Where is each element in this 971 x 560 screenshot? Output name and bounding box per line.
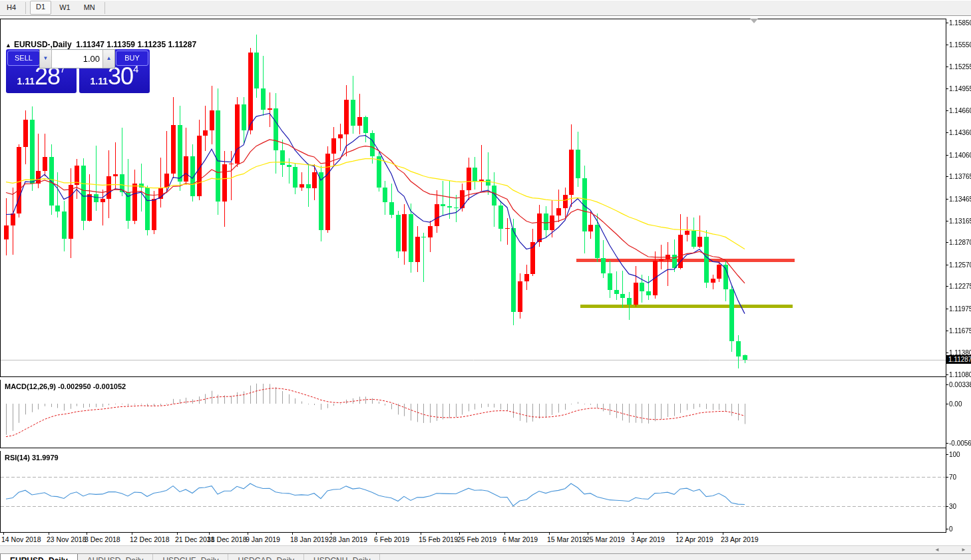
date-axis-label: 15 Mar 2019 <box>547 535 586 543</box>
chart-tab-usdcad[interactable]: USDCAD- Daily <box>228 554 304 560</box>
date-axis-label: 23 Nov 2018 <box>47 535 87 543</box>
collapse-triangle-icon[interactable]: ▲ <box>5 42 11 49</box>
object-marker-triangle-icon[interactable] <box>750 19 758 23</box>
axis-tick-mark <box>946 155 948 156</box>
mt4-window: H4D1W1MN ▲EURUSD-,Daily 1.11347 1.11359 … <box>0 0 971 560</box>
date-axis-label: 28 Jan 2019 <box>329 535 367 543</box>
date-tick-mark <box>331 533 331 535</box>
period-tab-d1[interactable]: D1 <box>30 1 51 15</box>
macd-canvas[interactable] <box>1 380 946 448</box>
axis-tick-mark <box>946 110 948 111</box>
rsi-label: RSI(14) 31.9979 <box>5 454 59 462</box>
scroll-right-icon[interactable]: ► <box>961 547 966 553</box>
lot-size-input[interactable] <box>52 50 102 68</box>
date-tick-mark <box>504 533 505 535</box>
lot-increase-button[interactable]: ▲ <box>102 50 114 68</box>
date-tick-mark <box>292 533 293 535</box>
macd-pane[interactable]: MACD(12,26,9) -0.002950 -0.001052 <box>0 380 946 448</box>
date-tick-mark <box>588 533 588 535</box>
axis-tick-mark <box>946 404 948 404</box>
date-tick-mark <box>3 533 4 535</box>
price-axis-label: 1.15255 <box>949 63 971 70</box>
axis-tick-mark <box>946 67 948 67</box>
period-tab-h4[interactable]: H4 <box>1 1 21 14</box>
chart-tab-eurusd[interactable]: EURUSD- Daily <box>0 554 78 560</box>
main-chart-pane[interactable]: ▲EURUSD-,Daily 1.11347 1.11359 1.11235 1… <box>0 19 946 377</box>
axis-tick-mark <box>946 265 948 265</box>
period-tab-w1[interactable]: W1 <box>54 1 76 14</box>
date-axis-label: 12 Dec 2018 <box>130 535 170 543</box>
date-tick-mark <box>633 533 634 535</box>
one-click-trading-panel: SELL 1.11287 BUY 1.11304 ▼ ▲ <box>6 49 150 93</box>
date-axis-label: 9 Jan 2019 <box>246 535 280 543</box>
date-axis-label: 25 Feb 2019 <box>457 535 496 543</box>
macd-label: MACD(12,26,9) -0.002950 -0.001052 <box>5 382 126 390</box>
rsi-axis-label: 30 <box>949 503 956 510</box>
date-tick-mark <box>87 533 87 535</box>
date-tick-mark <box>723 533 723 535</box>
rsi-axis-label: 100 <box>949 451 960 458</box>
price-axis-label: 1.13165 <box>949 217 971 225</box>
axis-tick-mark <box>946 309 948 309</box>
lot-decrease-button[interactable]: ▼ <box>40 50 52 68</box>
date-tick-mark <box>678 533 678 535</box>
chart-tab-usdcnh[interactable]: USDCNH- Daily <box>304 554 380 560</box>
date-axis-label: 18 Jan 2019 <box>290 535 329 543</box>
axis-tick-mark <box>946 443 948 444</box>
price-axis-label: 1.12870 <box>949 239 971 246</box>
macd-axis-label: 0.003383 <box>949 381 971 388</box>
date-axis-label: 15 Feb 2019 <box>419 535 458 543</box>
axis-tick-mark <box>946 221 948 221</box>
axis-tick-mark <box>946 132 948 133</box>
date-tick-mark <box>376 533 377 535</box>
rsi-canvas[interactable] <box>1 451 946 532</box>
chart-title: ▲EURUSD-,Daily 1.11347 1.11359 1.11235 1… <box>5 40 196 49</box>
date-tick-mark <box>421 533 421 535</box>
symbol-timeframe-label: EURUSD-,Daily <box>14 40 72 49</box>
lot-size-control: ▼ ▲ <box>39 49 115 69</box>
axis-tick-mark <box>946 454 948 455</box>
axis-tick-mark <box>946 286 948 287</box>
axis-tick-mark <box>946 176 948 177</box>
price-axis-label: 1.12570 <box>949 261 971 269</box>
date-tick-mark <box>459 533 460 535</box>
macd-axis-label: -0.005663 <box>949 440 971 447</box>
chart-tab-audusd[interactable]: AUDUSD- Daily <box>78 554 154 560</box>
price-axis-label: 1.14360 <box>949 129 971 136</box>
axis-tick-mark <box>946 374 948 375</box>
date-tick-mark <box>549 533 550 535</box>
price-axis[interactable]: 1.158501.155501.152551.149551.146601.143… <box>946 19 971 533</box>
period-tab-mn[interactable]: MN <box>79 1 100 14</box>
date-axis-label: 12 Apr 2019 <box>676 535 713 543</box>
date-axis-label: 3 Apr 2019 <box>631 535 665 543</box>
date-axis-label: 23 Apr 2019 <box>721 535 759 543</box>
axis-tick-mark <box>946 45 948 45</box>
date-axis-label: 14 Nov 2018 <box>1 535 41 543</box>
toolbar-separator <box>25 2 26 14</box>
price-axis-label: 1.13465 <box>949 196 971 203</box>
price-axis-label: 1.14660 <box>949 107 971 114</box>
price-axis-label: 1.14955 <box>949 85 971 92</box>
chart-tab-usdchf[interactable]: USDCHF- Daily <box>153 554 228 560</box>
price-axis-label: 1.11675 <box>949 327 971 335</box>
date-axis[interactable]: 14 Nov 201823 Nov 20183 Dec 201812 Dec 2… <box>0 533 946 545</box>
buy-price-prefix: 1.11 <box>91 76 108 86</box>
date-tick-mark <box>177 533 178 535</box>
axis-tick-mark <box>946 88 948 89</box>
axis-tick-mark <box>946 506 948 507</box>
price-axis-label: 1.11080 <box>949 371 971 378</box>
rsi-pane[interactable]: RSI(14) 31.9979 <box>0 451 946 533</box>
current-price-badge: 1.11287 <box>946 355 971 364</box>
sell-price-prefix: 1.11 <box>17 76 35 86</box>
date-axis-label: 31 Dec 2018 <box>207 535 247 543</box>
axis-tick-mark <box>946 477 948 478</box>
axis-tick-mark <box>946 242 948 243</box>
scroll-left-icon[interactable]: ◄ <box>934 547 940 553</box>
price-axis-label: 1.11975 <box>949 305 971 313</box>
date-axis-label: 6 Mar 2019 <box>502 535 538 543</box>
date-axis-label: 6 Feb 2019 <box>374 535 409 543</box>
axis-tick-mark <box>946 199 948 200</box>
axis-tick-mark <box>946 529 948 529</box>
date-tick-mark <box>248 533 248 535</box>
macd-axis-label: 0.00 <box>949 400 962 408</box>
